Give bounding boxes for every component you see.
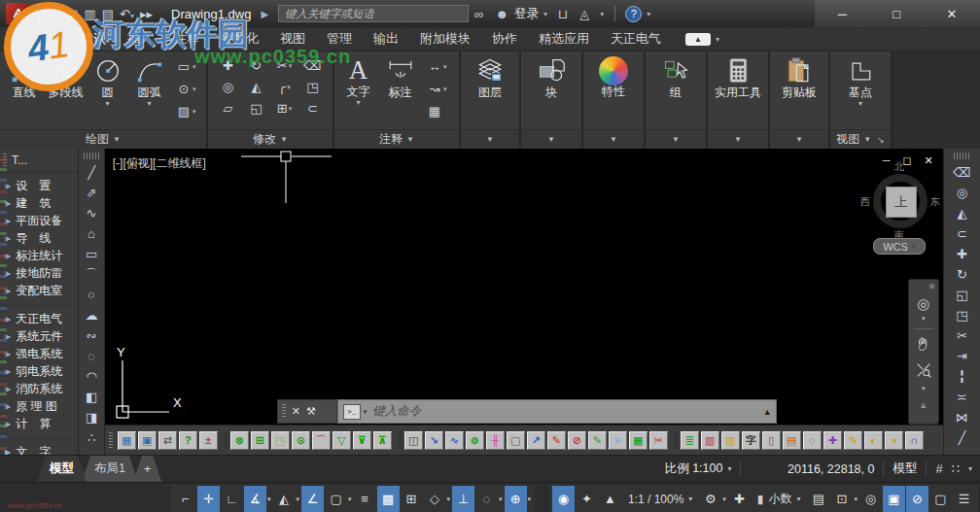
- selection-cycling-toggle[interactable]: ⊞: [401, 486, 423, 512]
- insert-device-icon[interactable]: ⊗: [230, 431, 249, 450]
- mirror-icon[interactable]: ◭: [957, 203, 966, 223]
- palette-item[interactable]: ▶弱电系统: [0, 362, 78, 380]
- clean-screen-toggle[interactable]: ▢: [929, 486, 952, 512]
- pan-hand-icon[interactable]: [915, 335, 932, 356]
- stretch-icon[interactable]: ◳: [956, 305, 967, 325]
- ribbon-tab-附加模块[interactable]: 附加模块: [409, 27, 481, 51]
- hardware-accel-toggle[interactable]: ⊘: [906, 486, 928, 512]
- group-button[interactable]: 组: [649, 53, 702, 99]
- arc-dropdown-icon[interactable]: ▾: [147, 99, 151, 108]
- wire-node-icon[interactable]: ⊙: [292, 431, 310, 450]
- leader-icon-caret[interactable]: ▾: [443, 85, 453, 93]
- point-mark-icon[interactable]: ↗: [527, 431, 545, 450]
- object-snap-toggle[interactable]: ▢▾: [325, 486, 353, 512]
- polygon-icon[interactable]: ⌂: [88, 223, 95, 244]
- explode-icon[interactable]: ◳: [298, 80, 327, 94]
- grid-display-icon[interactable]: #: [935, 461, 942, 476]
- selection-filtering-toggle-caret[interactable]: ▾: [499, 495, 503, 503]
- palette-item[interactable]: ▶变配电室: [0, 282, 78, 299]
- palette-item[interactable]: ▶计 算: [0, 415, 78, 432]
- spline-icon[interactable]: ∾: [87, 325, 97, 346]
- layout1-tab[interactable]: 布局1: [82, 456, 138, 482]
- insert-block-icon[interactable]: ◧: [86, 387, 97, 407]
- clipboard-panel-label[interactable]: ▼: [770, 129, 828, 149]
- ribbon-collapse-dropdown-icon[interactable]: ▾: [716, 35, 719, 44]
- new-layout-tab[interactable]: +: [133, 456, 161, 482]
- ellipse-icon-caret[interactable]: ▾: [192, 85, 202, 93]
- arc-button[interactable]: 圆弧 ▾: [128, 53, 170, 108]
- app-store-cart-icon[interactable]: ⊔: [558, 7, 568, 21]
- hatch-icon-caret[interactable]: ▾: [192, 108, 202, 116]
- telec-toolbar-grip[interactable]: [109, 432, 113, 448]
- layers-panel-label[interactable]: ▼: [461, 129, 519, 149]
- base-point-button[interactable]: 基点 ▾: [834, 53, 887, 108]
- circle-icon[interactable]: ○: [88, 285, 95, 305]
- viewcube-west-label[interactable]: 西: [860, 195, 870, 209]
- wire-insert-icon[interactable]: ⊚: [466, 431, 484, 450]
- load-calc-icon[interactable]: ▥: [701, 431, 719, 450]
- precision-mark-icon[interactable]: ✚: [823, 431, 842, 450]
- view-panel-label[interactable]: 视图▼ ↘: [830, 129, 891, 149]
- polar-tracking-toggle[interactable]: ∡▾: [244, 486, 272, 512]
- palette-item[interactable]: ▶平面设备: [0, 212, 78, 229]
- dialog-launcher-icon[interactable]: ↘: [877, 135, 885, 145]
- sign-in-dropdown-icon[interactable]: ▾: [543, 10, 547, 18]
- a360-dropdown-icon[interactable]: ▾: [600, 10, 604, 18]
- snap-mode-toggle[interactable]: ⌐: [174, 486, 196, 512]
- clipboard-button[interactable]: 剪贴板: [773, 53, 825, 99]
- offset-icon[interactable]: ⊂: [298, 101, 327, 116]
- erase-icon[interactable]: ⌫: [953, 162, 970, 183]
- scale-icon[interactable]: ◱: [956, 285, 967, 305]
- lock-ui-toggle[interactable]: ⊡▾: [830, 486, 858, 512]
- scale-control[interactable]: 比例 1:100▾: [665, 461, 732, 477]
- palette-item[interactable]: ▶原 理 图: [0, 397, 78, 415]
- edit-device-icon[interactable]: ✎: [588, 431, 607, 450]
- isometric-drafting-toggle[interactable]: ◭▾: [273, 486, 301, 512]
- user-icon[interactable]: ☻: [495, 7, 508, 21]
- block-button[interactable]: 块: [525, 53, 578, 99]
- block-panel-label[interactable]: ▼: [521, 129, 581, 149]
- trim-icon[interactable]: ✂: [957, 325, 967, 346]
- palette-item[interactable]: ▶强电系统: [0, 345, 78, 362]
- command-grip[interactable]: [282, 404, 286, 419]
- sheet-edit-icon[interactable]: ✎: [844, 431, 862, 450]
- dimension-button[interactable]: 标注: [379, 53, 421, 99]
- switch-b-icon[interactable]: ⊽: [353, 431, 371, 450]
- properties-panel-label[interactable]: ▼: [583, 129, 644, 149]
- draw-wire-icon[interactable]: ∿: [445, 431, 464, 450]
- close-button[interactable]: ✕: [946, 7, 957, 21]
- edit-wire-icon[interactable]: ✎: [547, 431, 566, 450]
- wcs-dropdown[interactable]: WCS▾: [873, 238, 926, 255]
- maximize-button[interactable]: □: [892, 7, 900, 21]
- region-boundary-icon[interactable]: ◌: [803, 431, 822, 450]
- device-table-icon[interactable]: ▦: [629, 431, 648, 450]
- viewport-close-icon[interactable]: ✕: [925, 154, 933, 167]
- palette-title[interactable]: T...: [0, 149, 78, 173]
- units-control[interactable]: ▮ 小数▾: [757, 491, 801, 507]
- array-icon[interactable]: ⊞▾: [270, 101, 298, 116]
- copy-icon[interactable]: ◎: [957, 183, 967, 203]
- view-cube[interactable]: 北 西 上 东 南: [873, 174, 928, 228]
- lighting-calc-icon[interactable]: ▥: [721, 431, 740, 450]
- selection-filtering-toggle[interactable]: ◌▾: [475, 486, 504, 512]
- palette-item[interactable]: ▶接地防雷: [0, 264, 78, 282]
- file-tab-overflow-icon[interactable]: ▶: [261, 9, 268, 19]
- snap-dropdown-icon[interactable]: ▾: [968, 464, 972, 473]
- steering-wheel-dropdown-icon[interactable]: ▾: [922, 315, 926, 323]
- ortho-mode-toggle[interactable]: ∟: [221, 486, 243, 512]
- layer-on-icon[interactable]: ◐: [864, 431, 883, 450]
- command-history-icon[interactable]: ▲: [763, 407, 772, 417]
- command-close-icon[interactable]: ✕: [292, 405, 300, 418]
- break-at-point-icon[interactable]: ╏: [958, 366, 965, 387]
- ellipse-icon[interactable]: ◌: [88, 346, 95, 366]
- palette-grip[interactable]: [3, 154, 7, 167]
- mirror-icon[interactable]: ◭: [242, 80, 270, 94]
- construction-line-icon[interactable]: ⇗: [87, 183, 97, 203]
- model-space-button[interactable]: 模型: [892, 461, 917, 477]
- fillet-icon[interactable]: ╭▾: [270, 80, 298, 94]
- lineweight-toggle[interactable]: ≡: [354, 486, 376, 512]
- command-recent-icon[interactable]: ▾: [364, 408, 368, 416]
- palette-item[interactable]: ▶系统元件: [0, 327, 78, 345]
- annotation-visibility-toggle[interactable]: ◉: [552, 486, 575, 512]
- cut-wire-icon[interactable]: ✂: [649, 431, 668, 450]
